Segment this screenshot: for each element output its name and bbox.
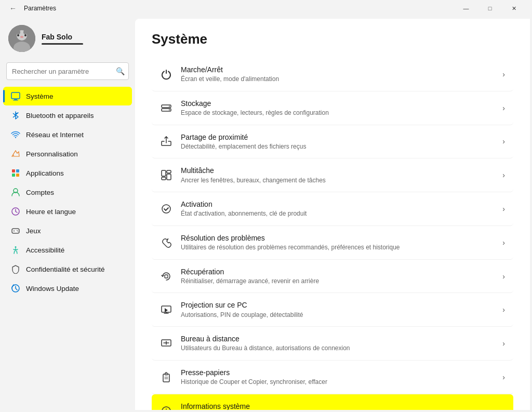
- settings-item-marche-arret[interactable]: Marche/Arrêt Écran et veille, mode d'ali…: [152, 58, 513, 91]
- marche-arret-name: Marche/Arrêt: [181, 65, 494, 74]
- search-box[interactable]: 🔍: [6, 62, 129, 80]
- settings-item-stockage[interactable]: Stockage Espace de stockage, lecteurs, r…: [152, 91, 513, 125]
- svg-rect-39: [165, 374, 168, 375]
- settings-item-projection[interactable]: Projection sur ce PC Autorisations, PIN …: [152, 293, 513, 327]
- user-profile[interactable]: Fab Solo: [0, 17, 135, 62]
- svg-rect-16: [16, 174, 19, 177]
- sidebar-item-systeme[interactable]: Système: [3, 87, 132, 105]
- recovery-icon: [160, 270, 172, 283]
- settings-item-resolution[interactable]: Résolution des problèmes Utilitaires de …: [152, 226, 513, 260]
- app-container: Fab Solo 🔍 Système: [0, 17, 532, 412]
- sidebar-item-heure[interactable]: Heure et langue: [3, 202, 132, 221]
- presse-papiers-desc: Historique de Couper et Copier, synchron…: [181, 378, 494, 387]
- svg-point-29: [169, 109, 170, 110]
- sidebar-item-applications-label: Applications: [26, 169, 125, 177]
- personnalisation-icon: [10, 149, 21, 159]
- activation-text: Activation État d'activation, abonnement…: [181, 200, 494, 218]
- svg-rect-10: [13, 100, 18, 101]
- settings-item-partage[interactable]: Partage de proximité Détectabilité, empl…: [152, 125, 513, 159]
- resolution-desc: Utilitaires de résolution des problèmes …: [181, 244, 494, 252]
- sidebar-item-comptes-label: Comptes: [26, 189, 125, 196]
- multitache-name: Multitâche: [181, 166, 494, 175]
- settings-item-activation[interactable]: Activation État d'activation, abonnement…: [152, 192, 513, 226]
- partage-desc: Détectabilité, emplacement des fichiers …: [181, 143, 494, 151]
- activation-name: Activation: [181, 200, 494, 209]
- confidentialite-icon: [10, 264, 21, 274]
- svg-point-44: [166, 408, 167, 409]
- applications-icon: [10, 168, 21, 178]
- sidebar-item-accessibilite[interactable]: Accessibilité: [3, 241, 132, 259]
- search-input[interactable]: [6, 62, 129, 80]
- multitask-icon: [160, 169, 172, 181]
- sidebar-item-reseau[interactable]: Réseau et Internet: [3, 125, 132, 144]
- settings-item-bureau-distance[interactable]: Bureau à distance Utilisateurs du Bureau…: [152, 327, 513, 361]
- sidebar-item-bluetooth[interactable]: Bluetooth et appareils: [3, 106, 132, 125]
- svg-rect-30: [162, 170, 166, 176]
- maximize-button[interactable]: □: [478, 0, 502, 17]
- minimize-button[interactable]: —: [454, 0, 478, 17]
- windows-update-icon: [10, 283, 21, 294]
- projection-icon: [160, 303, 172, 316]
- bureau-distance-name: Bureau à distance: [181, 334, 494, 343]
- bureau-distance-chevron: ›: [502, 339, 505, 348]
- window-controls: — □ ✕: [454, 0, 526, 17]
- back-button[interactable]: ←: [6, 2, 20, 15]
- settings-list: Marche/Arrêt Écran et veille, mode d'ali…: [152, 58, 513, 410]
- sidebar-item-systeme-label: Système: [26, 92, 125, 100]
- recuperation-name: Récupération: [181, 267, 494, 276]
- sidebar-item-confidentialite[interactable]: Confidentialité et sécurité: [3, 260, 132, 278]
- partage-chevron: ›: [502, 137, 505, 145]
- svg-point-6: [24, 34, 26, 36]
- share-icon: [160, 135, 172, 148]
- comptes-icon: [10, 187, 21, 197]
- settings-item-recuperation[interactable]: Récupération Réinitialiser, démarrage av…: [152, 260, 513, 294]
- recuperation-chevron: ›: [502, 272, 505, 281]
- svg-point-34: [162, 205, 170, 213]
- power-icon: [160, 68, 172, 81]
- svg-rect-14: [16, 169, 19, 172]
- troubleshoot-icon: [160, 236, 172, 249]
- sidebar-item-windows-update[interactable]: Windows Update: [3, 279, 132, 298]
- stockage-chevron: ›: [502, 104, 505, 112]
- projection-name: Projection sur ce PC: [181, 300, 494, 310]
- stockage-text: Stockage Espace de stockage, lecteurs, r…: [181, 99, 494, 117]
- activation-chevron: ›: [502, 205, 505, 213]
- svg-rect-32: [167, 174, 171, 180]
- avatar: [8, 25, 35, 52]
- svg-point-12: [13, 155, 14, 156]
- informations-text: Informations système Spécifications de l…: [181, 402, 494, 410]
- stockage-name: Stockage: [181, 99, 494, 108]
- partage-text: Partage de proximité Détectabilité, empl…: [181, 132, 494, 151]
- remote-icon: [160, 337, 172, 350]
- page-title: Système: [152, 31, 513, 47]
- svg-point-24: [15, 246, 17, 248]
- informations-name: Informations système: [181, 402, 494, 410]
- info-icon: [160, 405, 172, 410]
- sidebar-item-jeux[interactable]: Jeux: [3, 221, 132, 240]
- activation-desc: État d'activation, abonnements, clé de p…: [181, 210, 494, 218]
- close-button[interactable]: ✕: [502, 0, 526, 17]
- svg-point-4: [23, 30, 28, 34]
- settings-item-presse-papiers[interactable]: Presse-papiers Historique de Couper et C…: [152, 361, 513, 394]
- sidebar-nav: Système Bluetooth et appareils: [0, 86, 135, 298]
- presse-papiers-name: Presse-papiers: [181, 368, 494, 377]
- partage-name: Partage de proximité: [181, 132, 494, 142]
- storage-icon: [160, 102, 172, 114]
- sidebar-item-heure-label: Heure et langue: [26, 208, 125, 216]
- sidebar-item-jeux-label: Jeux: [26, 227, 125, 235]
- settings-item-informations[interactable]: Informations système Spécifications de l…: [152, 394, 513, 410]
- settings-item-multitache[interactable]: Multitâche Ancrer les fenêtres, bureaux,…: [152, 158, 513, 192]
- sidebar-item-personnalisation[interactable]: Personnalisation: [3, 144, 132, 163]
- recuperation-desc: Réinitialiser, démarrage avancé, revenir…: [181, 277, 494, 286]
- sidebar-item-comptes[interactable]: Comptes: [3, 183, 132, 202]
- window-title: Paramètres: [24, 5, 56, 12]
- sidebar-item-applications[interactable]: Applications: [3, 164, 132, 182]
- svg-point-3: [16, 30, 20, 34]
- svg-point-28: [169, 105, 170, 107]
- marche-arret-desc: Écran et veille, mode d'alimentation: [181, 75, 494, 84]
- sidebar-item-confidentialite-label: Confidentialité et sécurité: [26, 265, 125, 273]
- multitache-text: Multitâche Ancrer les fenêtres, bureaux,…: [181, 166, 494, 184]
- marche-arret-text: Marche/Arrêt Écran et veille, mode d'ali…: [181, 65, 494, 84]
- projection-text: Projection sur ce PC Autorisations, PIN …: [181, 300, 494, 319]
- multitache-chevron: ›: [502, 171, 505, 179]
